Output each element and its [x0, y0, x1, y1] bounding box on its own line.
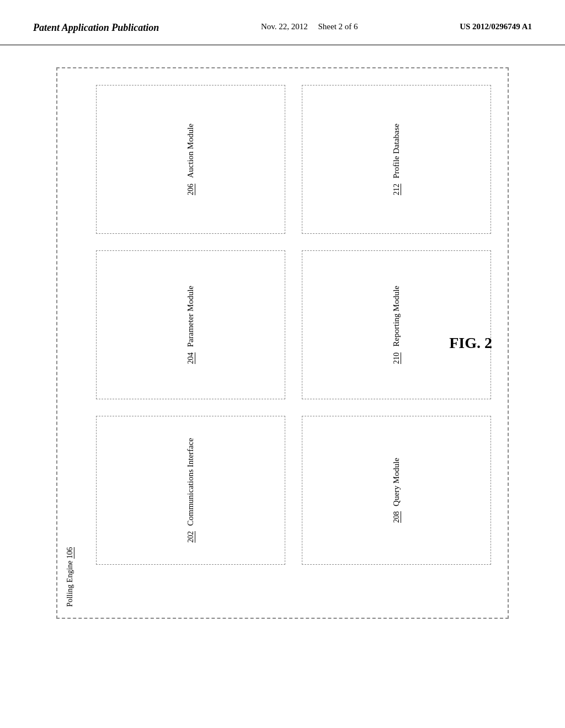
- parameter-module-box: Parameter Module 204: [96, 250, 285, 399]
- publication-date-sheet: Nov. 22, 2012 Sheet 2 of 6: [261, 22, 358, 31]
- communications-interface-number: 202: [186, 531, 195, 543]
- query-module-box: Query Module 208: [302, 416, 491, 565]
- reporting-module-box: Reporting Module 210: [302, 250, 491, 399]
- reporting-module-number: 210: [392, 352, 401, 364]
- publication-date: Nov. 22, 2012: [261, 22, 308, 31]
- parameter-module-label: Parameter Module: [186, 286, 195, 347]
- auction-module-label: Auction Module: [186, 124, 195, 178]
- header: Patent Application Publication Nov. 22, …: [0, 0, 565, 45]
- parameter-module-number: 204: [186, 352, 195, 364]
- reporting-module-label: Reporting Module: [392, 286, 401, 346]
- auction-module-number: 206: [186, 184, 195, 195]
- diagram-area: Auction Module 206 Profile Database 212 …: [0, 51, 565, 635]
- profile-database-box: Profile Database 212: [302, 85, 491, 234]
- polling-engine-box: Auction Module 206 Profile Database 212 …: [56, 67, 509, 619]
- module-grid: Auction Module 206 Profile Database 212 …: [96, 85, 491, 565]
- figure-label: FIG. 2: [449, 334, 492, 352]
- publication-title: Patent Application Publication: [33, 22, 159, 34]
- communications-interface-box: Communications Interface 202: [96, 416, 285, 565]
- communications-interface-label: Communications Interface: [186, 438, 195, 526]
- query-module-label: Query Module: [392, 458, 401, 506]
- polling-engine-label: Polling Engine 106: [66, 547, 74, 607]
- query-module-number: 208: [392, 511, 401, 523]
- publication-number: US 2012/0296749 A1: [460, 22, 532, 31]
- sheet-info: Sheet 2 of 6: [318, 22, 358, 31]
- profile-database-number: 212: [392, 184, 401, 195]
- page: Patent Application Publication Nov. 22, …: [0, 0, 565, 728]
- auction-module-box: Auction Module 206: [96, 85, 285, 234]
- profile-database-label: Profile Database: [392, 124, 401, 179]
